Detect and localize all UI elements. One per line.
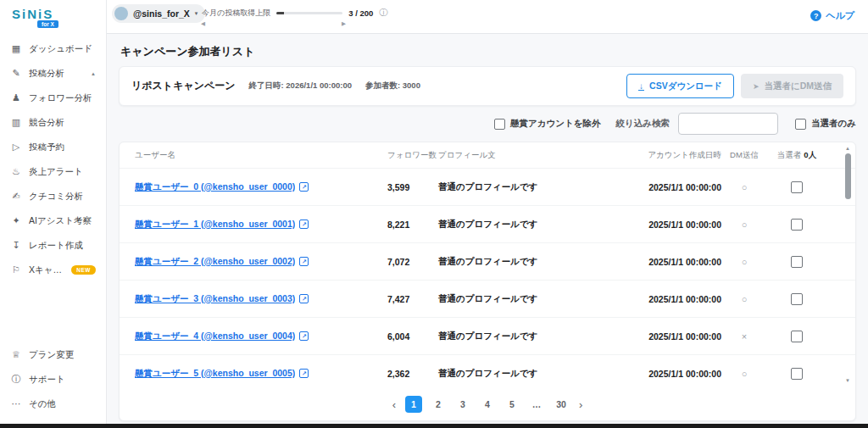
collapse-arrow-icon[interactable]: ▲	[91, 71, 96, 76]
campaign-summary-card: リポストキャンペーン 終了日時: 2026/1/1 00:00:00 参加者数:…	[119, 66, 856, 106]
people-icon: ♟	[10, 92, 22, 103]
column-profile: プロフィール文	[438, 150, 626, 161]
dm-status: ○	[721, 220, 767, 230]
winner-checkbox[interactable]	[791, 219, 803, 231]
dm-status: ○	[721, 369, 767, 379]
exclude-accounts-checkbox[interactable]: 懸賞アカウントを除外	[494, 118, 600, 130]
scroll-left-icon[interactable]: ◀	[201, 20, 205, 27]
sidebar-item-post-analysis[interactable]: ✎ 投稿分析 ▲	[0, 61, 106, 86]
page-button-4[interactable]: 4	[479, 396, 496, 413]
winner-checkbox[interactable]	[791, 256, 803, 268]
new-badge: NEW	[71, 265, 96, 275]
help-link[interactable]: ? ヘルプ	[810, 9, 854, 22]
participants-table-card: ユーザー名 フォロワー数 プロフィール文 アカウント作成日時 DM送信 当選者0…	[119, 142, 856, 421]
download-icon: ↓	[638, 82, 644, 91]
column-created: アカウント作成日時	[626, 150, 721, 161]
schedule-icon: ▷	[10, 142, 22, 153]
external-link-icon[interactable]: ↗	[299, 182, 309, 192]
external-link-icon[interactable]: ↗	[299, 220, 309, 229]
username-cell: 懸賞ユーザー_2 (@kensho_user_0002) ↗	[135, 256, 387, 268]
prev-page-button[interactable]: ‹	[391, 398, 398, 411]
scroll-down-icon[interactable]: ▼	[845, 378, 850, 383]
user-link[interactable]: 懸賞ユーザー_5 (@kensho_user_0005)	[135, 368, 295, 380]
page-button-2[interactable]: 2	[430, 396, 447, 413]
username-cell: 懸賞ユーザー_4 (@kensho_user_0004) ↗	[135, 331, 387, 342]
external-link-icon[interactable]: ↗	[299, 257, 309, 266]
created-cell: 2025/1/1 00:00:00	[626, 220, 721, 230]
topbar: @sinis_for_X ▾ 今月の投稿取得上限 3 / 200 ⓘ ◀ ▶ ?…	[107, 0, 868, 34]
username-cell: 懸賞ユーザー_3 (@kensho_user_0003) ↗	[135, 293, 387, 305]
dm-status: ×	[721, 331, 767, 342]
sidebar-item-flame-alert[interactable]: ♨ 炎上アラート	[0, 159, 106, 184]
campaign-end-date: 終了日時: 2026/1/1 00:00:00	[249, 81, 352, 92]
scroll-right-icon[interactable]: ▶	[342, 20, 346, 27]
support-info-icon: ⓘ	[10, 373, 22, 386]
scroll-up-icon[interactable]: ▲	[845, 146, 850, 151]
user-link[interactable]: 懸賞ユーザー_1 (@kensho_user_0001)	[135, 219, 295, 231]
page-button-30[interactable]: 30	[553, 396, 570, 413]
megaphone-icon: ⚐	[10, 264, 22, 275]
info-icon[interactable]: ⓘ	[379, 7, 387, 19]
user-link[interactable]: 懸賞ユーザー_4 (@kensho_user_0004)	[135, 331, 295, 342]
external-link-icon[interactable]: ↗	[299, 294, 309, 303]
help-label: ヘルプ	[826, 9, 854, 22]
table-row: 懸賞ユーザー_5 (@kensho_user_0005) ↗ 2,362 普通の…	[120, 354, 855, 388]
sidebar-item-plan-change[interactable]: ♕ プラン変更	[0, 342, 106, 367]
scrollbar-thumb[interactable]	[845, 153, 851, 199]
winner-cell	[767, 292, 826, 304]
user-link[interactable]: 懸賞ユーザー_3 (@kensho_user_0003)	[135, 293, 295, 305]
csv-download-button[interactable]: ↓ CSVダウンロード	[626, 74, 734, 98]
sidebar-item-post-schedule[interactable]: ▷ 投稿予約	[0, 135, 106, 159]
column-winner: 当選者0人	[767, 150, 826, 161]
sidebar-item-competitor-analysis[interactable]: ▥ 競合分析	[0, 110, 106, 135]
send-dm-button[interactable]: ➤ 当選者にDM送信	[741, 74, 843, 98]
sidebar-item-support[interactable]: ⓘ サポート	[0, 367, 106, 392]
account-avatar	[114, 7, 128, 20]
campaign-actions: ↓ CSVダウンロード ➤ 当選者にDM送信	[626, 74, 843, 98]
profile-cell: 普通のプロフィールです	[438, 331, 626, 342]
column-username: ユーザー名	[135, 150, 387, 161]
winner-checkbox[interactable]	[791, 331, 803, 342]
post-limit-progress-fill	[276, 12, 284, 14]
sidebar-item-others[interactable]: ⋯ その他	[0, 392, 106, 416]
sidebar-nav: ▦ ダッシュボード ✎ 投稿分析 ▲ ♟ フォロワー分析 ▥ 競合分析 ▷ 投稿…	[0, 36, 106, 282]
winner-checkbox[interactable]	[791, 181, 803, 193]
winner-checkbox[interactable]	[791, 368, 803, 380]
external-link-icon[interactable]: ↗	[299, 369, 309, 378]
username-cell: 懸賞ユーザー_1 (@kensho_user_0001) ↗	[135, 219, 387, 231]
dm-status: ○	[721, 182, 767, 192]
page-button-5[interactable]: 5	[504, 396, 520, 413]
window-bottom-bar	[0, 424, 868, 428]
followers-cell: 7,072	[387, 257, 438, 267]
ellipsis-icon: ⋯	[10, 398, 22, 409]
account-selector[interactable]: @sinis_for_X ▾	[112, 4, 205, 23]
help-icon: ?	[810, 10, 821, 21]
sidebar-item-review-analysis[interactable]: ✍ クチコミ分析	[0, 184, 106, 208]
page-ellipsis: …	[528, 396, 545, 413]
sidebar-item-dashboard[interactable]: ▦ ダッシュボード	[0, 36, 106, 61]
profile-cell: 普通のプロフィールです	[438, 256, 626, 268]
send-icon: ➤	[753, 82, 760, 91]
followers-cell: 3,599	[387, 182, 438, 192]
table-scrollbar[interactable]: ▲ ▼	[843, 146, 853, 383]
sidebar-item-ai-assist[interactable]: ✦ AIアシスト考察	[0, 208, 106, 233]
external-link-icon[interactable]: ↗	[299, 331, 309, 341]
page-button-1[interactable]: 1	[405, 396, 422, 413]
post-analysis-icon: ✎	[10, 68, 22, 79]
post-limit-progress-bar	[276, 12, 342, 14]
sidebar-item-report[interactable]: ↧ レポート作成	[0, 233, 106, 258]
winners-only-checkbox[interactable]: 当選者のみ	[795, 118, 856, 130]
table-row: 懸賞ユーザー_2 (@kensho_user_0002) ↗ 7,072 普通の…	[120, 242, 855, 280]
post-limit-value: 3 / 200	[348, 8, 373, 18]
table-body: 懸賞ユーザー_0 (@kensho_user_0000) ↗ 3,599 普通の…	[120, 168, 855, 388]
next-page-button[interactable]: ›	[577, 398, 584, 411]
sidebar-item-follower-analysis[interactable]: ♟ フォロワー分析	[0, 86, 106, 110]
user-link[interactable]: 懸賞ユーザー_2 (@kensho_user_0002)	[135, 256, 295, 268]
app-logo[interactable]: SiNiS for X	[0, 5, 106, 36]
page-button-3[interactable]: 3	[454, 396, 471, 413]
winner-cell	[767, 255, 826, 267]
user-link[interactable]: 懸賞ユーザー_0 (@kensho_user_0000)	[135, 181, 295, 193]
filter-search-input[interactable]	[678, 113, 778, 135]
winner-checkbox[interactable]	[791, 293, 803, 305]
sidebar-item-x-campaign[interactable]: ⚐ Xキャンペーン NEW	[0, 258, 106, 282]
